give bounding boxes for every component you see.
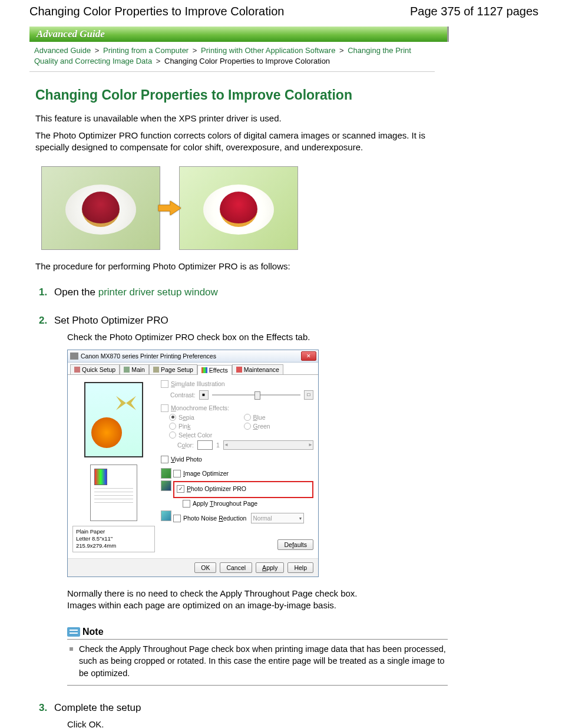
contrast-label: Contrast: [170,391,196,398]
noise-reduction-label: Photo Noise Reduction [183,515,246,522]
preview-page [90,465,137,521]
simulate-illustration-checkbox[interactable] [161,380,168,388]
svg-marker-0 [158,201,181,215]
dialog-title: Canon MX870 series Printer Printing Pref… [81,353,216,360]
apply-throughout-label: Apply Throughout Page [193,500,257,507]
contrast-high-icon: □ [304,390,313,400]
color-swatch [197,440,213,450]
arrow-icon [157,199,182,217]
before-photo [41,166,160,250]
tab-quick-setup[interactable]: Quick Setup [70,364,120,374]
note-icon [67,627,80,637]
breadcrumb-sep: > [95,46,100,55]
vivid-photo-checkbox[interactable] [161,456,168,463]
step-title: Set Photo Optimizer PRO [54,315,448,327]
tab-main[interactable]: Main [120,364,149,374]
image-optimizer-label: Image Optimizer [183,470,229,477]
green-radio[interactable] [244,423,251,430]
breadcrumb-link[interactable]: Advanced Guide [34,46,91,55]
photo-optimizer-pro-checkbox[interactable]: ✓ [177,485,184,493]
printer-driver-setup-link[interactable]: printer driver setup window [98,286,218,298]
step-body: Click OK. [54,719,448,728]
breadcrumb-current: Changing Color Properties to Improve Col… [164,57,330,65]
dialog-titlebar: Canon MX870 series Printer Printing Pref… [68,350,318,363]
color-value: 1 [216,442,220,449]
photo-optimizer-pro-label: Photo Optimizer PRO [187,485,246,492]
breadcrumb-link[interactable]: Printing with Other Application Software [201,46,335,55]
image-optimizer-checkbox[interactable] [173,470,181,477]
advanced-guide-banner: Advanced Guide [29,27,449,42]
page-number: Page 375 of 1127 pages [410,5,538,18]
procedure-lead: The procedure for performing Photo Optim… [35,261,448,272]
tab-maintenance[interactable]: Maintenance [232,364,283,374]
tab-effects[interactable]: Effects [197,365,232,375]
breadcrumb-sep: > [193,46,197,55]
breadcrumb: Advanced Guide > Printing from a Compute… [29,44,435,72]
noise-reduction-checkbox[interactable] [173,515,181,522]
paper-info: Plain Paper Letter 8.5"x11" 215.9x279.4m… [72,526,155,552]
step-number: 1. [39,286,47,298]
contrast-slider[interactable] [212,394,300,396]
tab-page-setup[interactable]: Page Setup [149,364,197,374]
intro-paragraph: This feature is unavailable when the XPS… [35,113,448,124]
image-optimizer-icon [161,468,171,479]
preview-image [84,382,143,457]
select-color-label: Select Color [178,431,212,439]
blue-label: Blue [253,414,266,421]
color-scrollbar[interactable]: ◄► [223,440,313,450]
step-body: Check the Photo Optimizer PRO check box … [54,331,448,343]
step-number: 2. [39,315,47,327]
help-button[interactable]: Help [287,562,313,573]
apply-button[interactable]: Apply [256,562,284,573]
photo-optimizer-pro-highlight: ✓Photo Optimizer PRO [173,481,313,498]
section-heading: Changing Color Properties to Improve Col… [35,87,538,103]
breadcrumb-sep: > [339,46,344,55]
noise-reduction-icon [161,510,171,521]
step-title: Complete the setup [54,702,448,714]
ok-button[interactable]: OK [194,562,216,573]
contrast-low-icon: ■ [199,390,209,400]
sepia-label: Sepia [178,414,194,421]
breadcrumb-link[interactable]: Printing from a Computer [103,46,189,55]
before-after-illustration [41,166,538,250]
cancel-button[interactable]: Cancel [220,562,252,573]
pink-radio[interactable] [169,423,176,430]
step-body: Normally there is no need to check the A… [54,588,448,612]
photo-optimizer-pro-icon [161,480,171,491]
sepia-radio[interactable] [169,414,176,421]
page-header-title: Changing Color Properties to Improve Col… [29,5,284,18]
after-photo [179,166,298,250]
intro-paragraph: The Photo Optimizer PRO function correct… [35,130,448,154]
step-number: 3. [39,702,47,714]
noise-level-combo[interactable]: Normal▼ [251,513,304,523]
simulate-illustration-label: Simulate Illustration [171,380,225,387]
green-label: Green [253,423,270,430]
note-label: Note [82,627,104,637]
close-button[interactable]: ✕ [301,351,316,361]
step-title: Open the printer driver setup window [54,286,448,298]
monochrome-label: Monochrome Effects: [171,404,229,411]
color-label: Color: [177,442,194,449]
printer-icon [70,353,78,360]
monochrome-checkbox[interactable] [161,404,168,412]
preferences-dialog: Canon MX870 series Printer Printing Pref… [67,350,319,577]
vivid-photo-label: Vivid Photo [171,456,202,463]
blue-radio[interactable] [244,414,251,421]
apply-throughout-checkbox[interactable] [183,500,190,508]
defaults-button[interactable]: Defaults [277,539,313,550]
note-item: Check the Apply Throughout Page check bo… [67,643,448,679]
dialog-tabs: Quick Setup Main Page Setup Effects Main… [68,363,318,374]
select-color-radio[interactable] [169,431,176,439]
breadcrumb-sep: > [156,57,161,65]
pink-label: Pink [178,423,190,430]
